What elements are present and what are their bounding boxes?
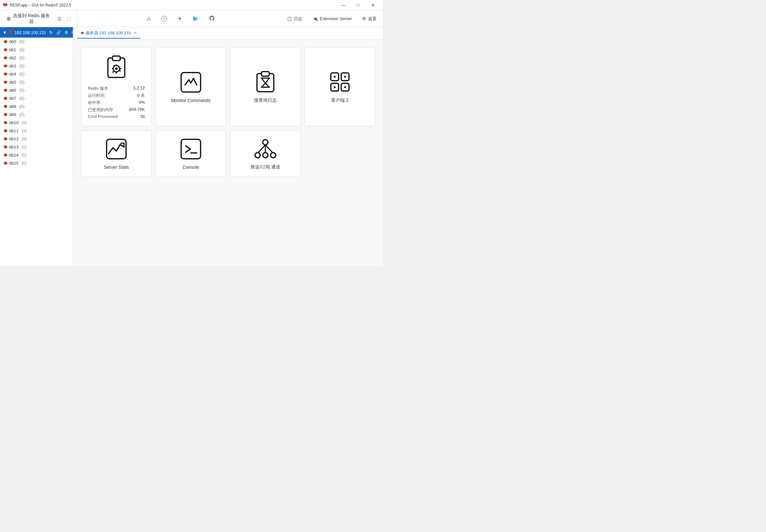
sidebar-db-item-db2[interactable]: db2 (0) (0, 54, 73, 62)
pubsub-icon (254, 137, 277, 160)
redis-version-row: Redis 版本 3.2.12 (88, 85, 145, 92)
svg-point-24 (344, 76, 346, 78)
console-card[interactable]: Console (156, 130, 226, 177)
db-name-db4: db4 (9, 72, 16, 76)
db-dot-db3 (4, 64, 7, 68)
sidebar-db-item-db15[interactable]: db15 (0) (0, 159, 73, 167)
db-count-db4: (0) (19, 72, 25, 76)
telegram-button[interactable]: ✈ (176, 14, 184, 23)
server-expand-icon: ▼ (3, 30, 7, 35)
warning-button[interactable]: ⚠ (145, 14, 153, 23)
sidebar-db-item-db13[interactable]: db13 (0) (0, 143, 73, 151)
db-dot-db6 (4, 89, 7, 92)
clients-icon (328, 70, 352, 94)
sidebar-db-item-db4[interactable]: db4 (0) (0, 70, 73, 78)
svg-point-32 (263, 153, 268, 158)
maximize-button[interactable]: □ (351, 0, 366, 10)
pubsub-card[interactable]: 推送/订阅 通道 (230, 130, 301, 177)
server-pin-button[interactable]: 🔗 (55, 29, 63, 36)
twitter-button[interactable]: 🐦 (190, 14, 201, 23)
server-tab[interactable]: 服务器 192.168.100.131 ✕ (77, 28, 141, 39)
sidebar-db-item-db11[interactable]: db11 (0) (0, 127, 73, 135)
github-button[interactable] (207, 14, 217, 24)
uptime-label: 运行时间 (88, 93, 105, 98)
server-copy-button[interactable]: ⧉ (70, 29, 73, 36)
db-dot-db9 (4, 113, 7, 116)
github-icon (209, 15, 215, 21)
sidebar-db-item-db9[interactable]: db9 (0) (0, 110, 73, 119)
db-count-db11: (0) (22, 128, 27, 133)
svg-rect-3 (112, 56, 120, 61)
console-label: Console (182, 165, 199, 170)
info-card: Redis 版本 3.2.12 运行时间 0 天 命中率 0% (81, 47, 152, 126)
monitor-commands-label: Monitor Commands (171, 98, 211, 103)
menu-icon: ☰ (57, 16, 62, 21)
layout-button[interactable]: ⬚ (65, 15, 73, 23)
sidebar-db-item-db1[interactable]: db1 (0) (0, 46, 73, 54)
server-config-button[interactable]: ⚙ (63, 29, 70, 36)
server-stats-card[interactable]: Server Stats (81, 130, 152, 177)
db-count-db8: (0) (19, 104, 25, 109)
db-count-db10: (0) (22, 120, 27, 125)
db-count-db0: (0) (19, 39, 25, 44)
sidebar-db-item-db6[interactable]: db6 (0) (0, 86, 73, 94)
connect-button[interactable]: ⊕ 连接到 Redis 服务器 (4, 12, 53, 26)
svg-rect-8 (112, 68, 114, 69)
extension-server-button[interactable]: 🔌 Extension Server (310, 15, 354, 22)
redis-version-label: Redis 版本 (88, 86, 108, 91)
tab-dot (81, 32, 84, 34)
menu-button[interactable]: ☰ (55, 15, 64, 23)
server-refresh-button[interactable]: ↻ (48, 29, 54, 36)
tab-label: 服务器 192.168.100.131 (86, 30, 131, 36)
toolbar-center: ⚠ ? ✈ 🐦 (77, 14, 284, 24)
content-area: ▼ 192.168.100.131 ↻ 🔗 ⚙ ⧉ 🗑 db0 (0) db1 (0, 27, 383, 266)
sidebar: ▼ 192.168.100.131 ↻ 🔗 ⚙ ⧉ 🗑 db0 (0) db1 (0, 27, 73, 266)
sidebar-db-item-db3[interactable]: db3 (0) (0, 62, 73, 70)
uptime-value: 0 天 (137, 93, 145, 98)
tab-close-button[interactable]: ✕ (133, 31, 137, 35)
settings-label: 设置 (368, 16, 377, 22)
sidebar-db-item-db0[interactable]: db0 (0) (0, 38, 73, 46)
server-stats-icon (105, 137, 128, 161)
sidebar-db-item-db10[interactable]: db10 (0) (0, 119, 73, 127)
db-count-db9: (0) (19, 112, 25, 117)
settings-button[interactable]: ⚙ 设置 (360, 15, 379, 23)
window-title: RESP.app – GUI for Redis® 2022.5 (10, 3, 71, 7)
window-controls: — □ ✕ (336, 0, 380, 10)
svg-point-33 (271, 153, 276, 158)
slowlog-card[interactable]: 慢查询日志 (230, 47, 301, 126)
sidebar-db-item-db8[interactable]: db8 (0) (0, 102, 73, 110)
db-count-db7: (0) (19, 96, 25, 101)
monitor-commands-card[interactable]: Monitor Commands (156, 47, 226, 126)
log-button[interactable]: 📋 日志 (284, 15, 305, 23)
settings-icon: ⚙ (362, 16, 366, 21)
db-count-db6: (0) (19, 88, 25, 93)
sidebar-db-item-db5[interactable]: db5 (0) (0, 78, 73, 86)
db-name-db8: db8 (9, 104, 16, 109)
server-name: 192.168.100.131 (15, 30, 46, 35)
clients-card[interactable]: 客户端 2 (305, 47, 375, 126)
title-bar-title: RESP.app – GUI for Redis® 2022.5 (3, 3, 71, 8)
db-name-db13: db13 (9, 145, 18, 149)
db-dot-db10 (4, 121, 7, 124)
help-button[interactable]: ? (159, 14, 169, 23)
sidebar-db-item-db7[interactable]: db7 (0) (0, 94, 73, 102)
svg-marker-1 (9, 30, 13, 34)
log-label: 日志 (294, 16, 302, 22)
layout-icon: ⬚ (67, 16, 71, 21)
db-name-db5: db5 (9, 80, 16, 85)
toolbar-left: ⊕ 连接到 Redis 服务器 ☰ ⬚ (4, 10, 77, 27)
sidebar-db-item-db14[interactable]: db14 (0) (0, 151, 73, 159)
db-name-db9: db9 (9, 112, 16, 117)
db-dot-db1 (4, 48, 7, 52)
close-button[interactable]: ✕ (366, 0, 380, 10)
twitter-icon: 🐦 (192, 16, 199, 21)
minimize-button[interactable]: — (336, 0, 351, 10)
db-name-db2: db2 (9, 55, 16, 60)
toolbar-left-icons: ☰ ⬚ (55, 15, 73, 23)
extension-label: Extension Server (320, 16, 352, 21)
sidebar-db-item-db12[interactable]: db12 (0) (0, 135, 73, 143)
server-actions: ↻ 🔗 ⚙ ⧉ 🗑 (48, 29, 73, 36)
sidebar-server-item[interactable]: ▼ 192.168.100.131 ↻ 🔗 ⚙ ⧉ 🗑 (0, 27, 73, 38)
svg-line-36 (265, 145, 273, 153)
